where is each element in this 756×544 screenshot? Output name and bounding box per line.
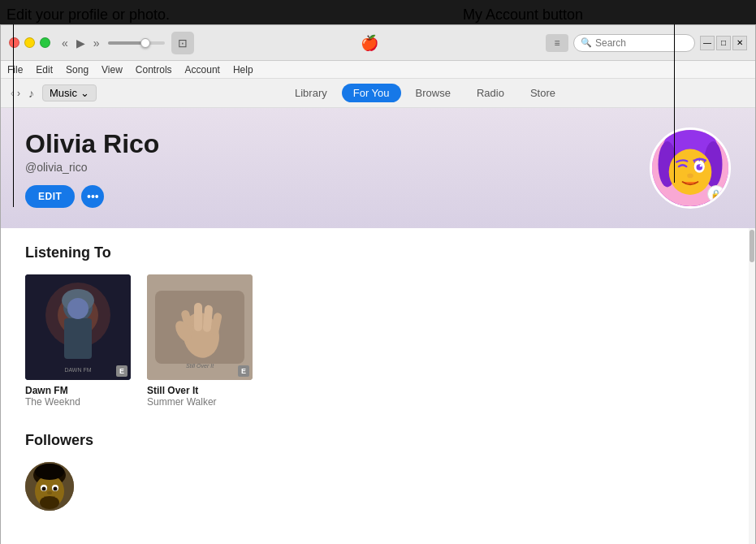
- album-artist-dawn-fm: The Weeknd: [25, 396, 131, 408]
- album-artist-still-over-it: Summer Walker: [147, 396, 253, 408]
- profile-handle: @olivia_rico: [25, 161, 650, 174]
- search-icon: 🔍: [581, 37, 592, 48]
- album-explicit-still-over-it: E: [238, 365, 249, 377]
- window-button-group: — □ ✕: [700, 36, 747, 50]
- content-inner: Listening To: [1, 228, 749, 527]
- airplay-icon: ⊡: [178, 37, 188, 50]
- list-view-button[interactable]: ≡: [546, 34, 568, 52]
- music-note-icon: ♪: [28, 87, 34, 100]
- menu-account[interactable]: Account: [185, 64, 220, 76]
- album-item-dawn-fm[interactable]: DAWN FM E Dawn FM The Weeknd: [25, 274, 131, 408]
- menu-file[interactable]: File: [7, 64, 23, 76]
- menu-edit[interactable]: Edit: [36, 64, 53, 76]
- music-selector-label: Music: [50, 87, 77, 99]
- album-title-still-over-it: Still Over It: [147, 385, 253, 396]
- album-grid: DAWN FM E Dawn FM The Weeknd: [25, 274, 724, 408]
- search-box: 🔍: [573, 34, 695, 52]
- svg-text:Still Over It: Still Over It: [186, 363, 214, 369]
- follower-avatar[interactable]: [25, 462, 74, 511]
- profile-name: Olivia Rico: [25, 129, 650, 159]
- rewind-button[interactable]: «: [60, 35, 70, 51]
- minimize-action-button[interactable]: —: [700, 36, 715, 50]
- list-view-icon: ≡: [554, 37, 559, 49]
- svg-point-34: [40, 496, 59, 509]
- svg-point-30: [42, 487, 46, 491]
- svg-text:DAWN FM: DAWN FM: [64, 367, 91, 373]
- callout-line-vertical: [674, 24, 675, 183]
- tab-browse[interactable]: Browse: [404, 84, 462, 102]
- annotation-edit-profile: Edit your profile or photo.: [6, 6, 170, 24]
- forward-button[interactable]: ›: [17, 88, 20, 99]
- album-cover-still-over-it: Still Over It E: [147, 274, 253, 380]
- profile-section: Olivia Rico @olivia_rico EDIT •••: [1, 108, 755, 228]
- nav-tabs: Library For You Browse Radio Store: [105, 84, 745, 102]
- title-bar-right: ≡ 🔍 — □ ✕: [546, 34, 747, 52]
- transport-controls: « ▶ »: [60, 35, 102, 51]
- listening-to-title: Listening To: [25, 244, 724, 261]
- svg-point-7: [700, 165, 702, 167]
- followers-title: Followers: [25, 432, 724, 449]
- nav-arrows: ‹ ›: [11, 88, 20, 99]
- restore-action-button[interactable]: □: [716, 36, 731, 50]
- album-cover-dawn-fm: DAWN FM E: [25, 274, 131, 380]
- menu-bar: File Edit Song View Controls Account Hel…: [1, 61, 755, 79]
- edit-button[interactable]: EDIT: [25, 185, 75, 208]
- itunes-window: « ▶ » ⊡ 🍎 ≡ 🔍 — □ ✕ File: [0, 24, 756, 544]
- lock-badge: 🔒: [707, 185, 725, 203]
- nav-bar: ‹ › ♪ Music ⌄ Library For You Browse Rad…: [1, 79, 755, 108]
- close-button[interactable]: [9, 37, 19, 48]
- svg-point-35: [35, 464, 64, 480]
- tab-store[interactable]: Store: [519, 84, 567, 102]
- volume-slider[interactable]: [108, 41, 165, 45]
- airplay-button[interactable]: ⊡: [171, 32, 194, 54]
- maximize-button[interactable]: [40, 37, 50, 48]
- svg-point-8: [687, 174, 693, 179]
- followers-section: Followers: [25, 432, 724, 511]
- title-bar: « ▶ » ⊡ 🍎 ≡ 🔍 — □ ✕: [1, 25, 755, 61]
- album-title-dawn-fm: Dawn FM: [25, 385, 131, 396]
- search-input[interactable]: [595, 37, 685, 49]
- apple-logo: 🍎: [201, 34, 539, 52]
- minimize-button[interactable]: [24, 37, 35, 48]
- profile-actions: EDIT •••: [25, 185, 650, 208]
- svg-point-32: [54, 487, 58, 491]
- svg-rect-13: [64, 318, 92, 359]
- menu-controls[interactable]: Controls: [136, 64, 172, 76]
- svg-point-15: [67, 298, 89, 319]
- menu-view[interactable]: View: [102, 64, 123, 76]
- svg-point-4: [669, 149, 712, 195]
- profile-avatar[interactable]: 🔒: [650, 127, 731, 209]
- svg-point-33: [47, 491, 52, 494]
- close-action-button[interactable]: ✕: [732, 36, 747, 50]
- tab-library[interactable]: Library: [283, 84, 339, 102]
- volume-thumb: [140, 38, 150, 48]
- tab-for-you[interactable]: For You: [342, 84, 401, 102]
- album-item-still-over-it[interactable]: Still Over It E Still Over It Summer Wal…: [147, 274, 253, 408]
- menu-help[interactable]: Help: [233, 64, 253, 76]
- annotation-my-account: My Account button: [463, 6, 583, 24]
- fast-forward-button[interactable]: »: [92, 35, 102, 51]
- play-button[interactable]: ▶: [75, 35, 87, 51]
- annotation-line-edit: [13, 24, 14, 207]
- more-button[interactable]: •••: [81, 185, 104, 208]
- content-area[interactable]: Listening To: [1, 228, 755, 544]
- scrollbar-track[interactable]: [749, 228, 755, 544]
- tab-radio[interactable]: Radio: [465, 84, 516, 102]
- profile-info: Olivia Rico @olivia_rico EDIT •••: [25, 129, 650, 208]
- music-selector-chevron: ⌄: [80, 87, 89, 99]
- window-controls: [9, 37, 50, 48]
- svg-rect-21: [194, 303, 202, 331]
- menu-song[interactable]: Song: [66, 64, 89, 76]
- scrollbar-thumb[interactable]: [750, 230, 754, 262]
- album-explicit-dawn-fm: E: [116, 365, 127, 377]
- music-selector[interactable]: Music ⌄: [42, 84, 97, 101]
